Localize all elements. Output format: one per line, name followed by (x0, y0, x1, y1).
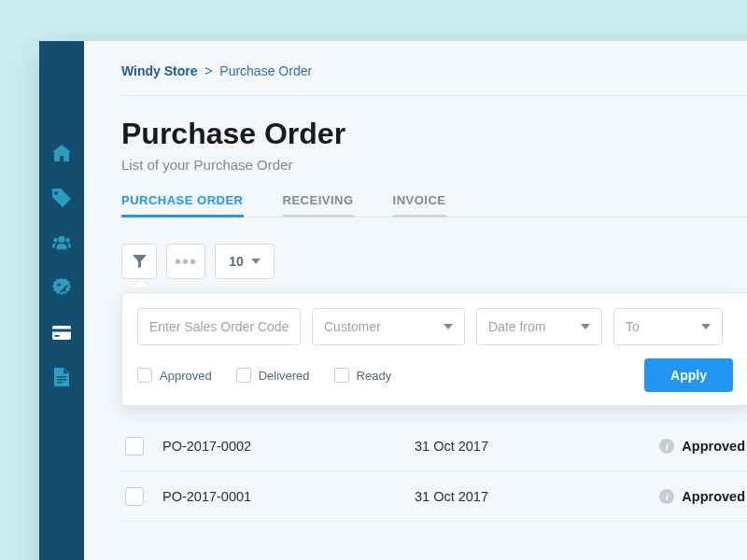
caret-down-icon (251, 259, 261, 264)
app-window: Windy Store > Purchase Order Purchase Or… (39, 41, 747, 560)
main-content: Windy Store > Purchase Order Purchase Or… (84, 41, 747, 560)
filter-panel: Customer Date from To Approved Delivered (121, 292, 747, 406)
svg-point-1 (53, 238, 58, 243)
po-date: 31 Oct 2017 (415, 489, 583, 504)
tabs: PURCHASE ORDER RECEIVING INVOICE (121, 193, 747, 217)
users-icon[interactable] (52, 233, 71, 252)
po-code[interactable]: PO-2017-0001 (162, 489, 415, 504)
svg-point-0 (58, 236, 64, 243)
svg-point-3 (57, 283, 61, 287)
row-checkbox[interactable] (125, 437, 144, 455)
page-title: Purchase Order (121, 117, 747, 151)
checkbox-ready[interactable]: Ready (334, 368, 392, 383)
svg-rect-11 (57, 382, 63, 384)
home-icon[interactable] (52, 144, 71, 162)
breadcrumb-current: Purchase Order (219, 63, 312, 78)
info-icon[interactable]: i (659, 439, 674, 454)
checkbox-approved[interactable]: Approved (137, 368, 212, 383)
document-icon[interactable] (52, 368, 71, 386)
po-status: i Approved (659, 439, 745, 454)
date-from-select[interactable]: Date from (476, 308, 602, 345)
more-button[interactable]: ••• (166, 244, 205, 279)
po-date: 31 Oct 2017 (415, 439, 583, 454)
toolbar: ••• 10 (121, 244, 747, 279)
tab-purchase-order[interactable]: PURCHASE ORDER (121, 193, 244, 217)
info-icon[interactable]: i (659, 489, 674, 504)
svg-point-2 (65, 238, 70, 243)
table-row: PO-2017-0001 31 Oct 2017 i Approved (121, 471, 747, 522)
sales-order-code-input[interactable] (137, 308, 301, 345)
page-size-select[interactable]: 10 (215, 244, 275, 279)
checkbox-delivered[interactable]: Delivered (236, 368, 310, 383)
tab-invoice[interactable]: INVOICE (393, 193, 446, 217)
svg-rect-6 (52, 326, 71, 340)
breadcrumb-root[interactable]: Windy Store (121, 63, 198, 78)
row-checkbox[interactable] (125, 487, 144, 506)
date-to-select[interactable]: To (613, 308, 723, 345)
svg-rect-7 (52, 329, 71, 331)
breadcrumb: Windy Store > Purchase Order (121, 63, 747, 96)
filter-button[interactable] (121, 244, 157, 279)
tag-icon[interactable] (52, 189, 71, 207)
tab-receiving[interactable]: RECEIVING (283, 193, 354, 217)
percent-icon[interactable] (52, 278, 71, 297)
po-status: i Approved (659, 489, 745, 504)
page-subtitle: List of your Purchase Order (121, 157, 747, 173)
po-table: PO-2017-0002 31 Oct 2017 i Approved PO-2… (121, 421, 747, 522)
caret-down-icon (444, 324, 453, 329)
customer-select[interactable]: Customer (312, 308, 465, 345)
card-icon[interactable] (52, 323, 71, 342)
sidebar (39, 41, 84, 560)
apply-button[interactable]: Apply (644, 358, 733, 392)
po-code[interactable]: PO-2017-0002 (162, 439, 415, 454)
caret-down-icon (581, 324, 590, 329)
svg-rect-10 (57, 379, 66, 381)
table-row: PO-2017-0002 31 Oct 2017 i Approved (121, 421, 747, 471)
svg-rect-8 (55, 335, 60, 337)
caret-down-icon (701, 324, 711, 329)
svg-rect-9 (57, 376, 66, 378)
